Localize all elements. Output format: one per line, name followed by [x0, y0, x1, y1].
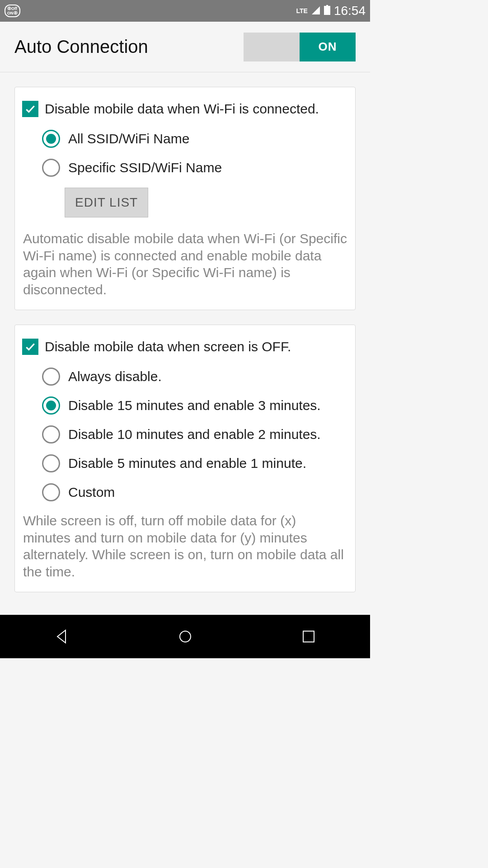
wifi-checkbox-label: Disable mobile data when Wi-Fi is connec… [45, 101, 319, 117]
checkbox-checked-icon[interactable] [22, 101, 38, 117]
status-clock: 16:54 [334, 4, 366, 18]
svg-point-2 [180, 631, 191, 642]
edit-list-row: EDIT LIST [22, 188, 348, 217]
wifi-card-description: Automatic disable mobile data when Wi-Fi… [22, 230, 348, 298]
signal-icon [311, 4, 320, 18]
status-left-icons: ⦿OffON⦿ [5, 5, 20, 17]
content-area: Disable mobile data when Wi-Fi is connec… [0, 72, 370, 592]
back-button[interactable] [53, 627, 71, 646]
lte-label: LTE [296, 7, 308, 14]
data-toggle-widget-icon: ⦿OffON⦿ [5, 5, 20, 17]
radio-custom[interactable]: Custom [42, 483, 348, 501]
ssid-radio-group: All SSID/WiFi Name Specific SSID/WiFi Na… [22, 130, 348, 177]
auto-connection-switch[interactable]: ON [244, 33, 356, 61]
recent-apps-button[interactable] [300, 627, 318, 646]
radio-selected-icon [42, 130, 60, 148]
wifi-card: Disable mobile data when Wi-Fi is connec… [14, 87, 356, 310]
radio-selected-icon [42, 396, 60, 415]
radio-10-2[interactable]: Disable 10 minutes and enable 2 minutes. [42, 425, 348, 443]
nav-bar [0, 615, 370, 658]
radio-unselected-icon [42, 425, 60, 443]
radio-all-ssid[interactable]: All SSID/WiFi Name [42, 130, 348, 148]
radio-10-2-label: Disable 10 minutes and enable 2 minutes. [68, 427, 321, 442]
svg-rect-1 [324, 6, 330, 15]
app-bar: Auto Connection ON [0, 22, 370, 72]
radio-5-1-label: Disable 5 minutes and enable 1 minute. [68, 456, 306, 471]
radio-always-disable[interactable]: Always disable. [42, 368, 348, 386]
svg-rect-3 [303, 631, 314, 642]
screen-off-card-description: While screen is off, turn off mobile dat… [22, 512, 348, 580]
radio-15-3-label: Disable 15 minutes and enable 3 minutes. [68, 398, 321, 413]
switch-on-label: ON [300, 33, 356, 61]
disable-wifi-checkbox-row[interactable]: Disable mobile data when Wi-Fi is connec… [22, 101, 348, 117]
radio-specific-ssid-label: Specific SSID/WiFi Name [68, 160, 222, 175]
radio-5-1[interactable]: Disable 5 minutes and enable 1 minute. [42, 454, 348, 472]
screen-off-checkbox-label: Disable mobile data when screen is OFF. [45, 339, 291, 355]
radio-specific-ssid[interactable]: Specific SSID/WiFi Name [42, 159, 348, 177]
home-button[interactable] [176, 627, 194, 646]
checkbox-checked-icon[interactable] [22, 339, 38, 355]
radio-unselected-icon [42, 483, 60, 501]
radio-all-ssid-label: All SSID/WiFi Name [68, 131, 189, 146]
page-title: Auto Connection [14, 37, 148, 57]
radio-custom-label: Custom [68, 485, 115, 500]
status-bar: ⦿OffON⦿ LTE 16:54 [0, 0, 370, 22]
screen-off-radio-group: Always disable. Disable 15 minutes and e… [22, 368, 348, 501]
battery-icon [324, 4, 330, 18]
svg-rect-0 [326, 5, 328, 6]
radio-unselected-icon [42, 368, 60, 386]
radio-unselected-icon [42, 454, 60, 472]
edit-list-button[interactable]: EDIT LIST [65, 188, 148, 217]
radio-15-3[interactable]: Disable 15 minutes and enable 3 minutes. [42, 396, 348, 415]
status-right-icons: LTE 16:54 [296, 4, 366, 18]
screen-off-card: Disable mobile data when screen is OFF. … [14, 325, 356, 592]
radio-always-label: Always disable. [68, 369, 162, 384]
disable-screen-off-checkbox-row[interactable]: Disable mobile data when screen is OFF. [22, 339, 348, 355]
radio-unselected-icon [42, 159, 60, 177]
